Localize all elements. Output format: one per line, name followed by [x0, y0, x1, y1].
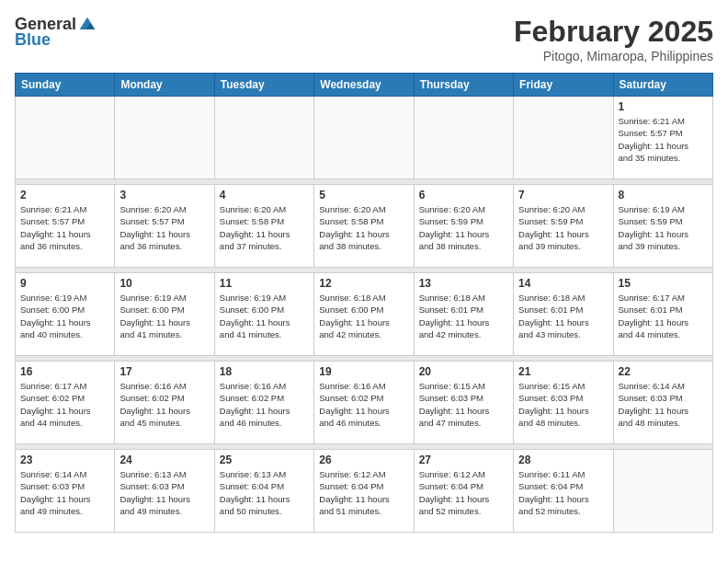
day-number: 27	[419, 454, 508, 466]
day-number: 26	[319, 454, 408, 466]
day-info: Sunrise: 6:20 AM Sunset: 5:59 PM Dayligh…	[518, 203, 608, 252]
day-info: Sunrise: 6:18 AM Sunset: 6:01 PM Dayligh…	[518, 292, 608, 340]
day-number: 13	[419, 277, 508, 290]
day-number: 6	[419, 189, 508, 201]
week-row-2: 9Sunrise: 6:19 AM Sunset: 6:00 PM Daylig…	[16, 273, 713, 356]
week-row-1: 2Sunrise: 6:21 AM Sunset: 5:57 PM Daylig…	[16, 185, 713, 268]
calendar-cell: 17Sunrise: 6:16 AM Sunset: 6:02 PM Dayli…	[115, 362, 214, 444]
day-info: Sunrise: 6:20 AM Sunset: 5:59 PM Dayligh…	[419, 203, 508, 252]
day-info: Sunrise: 6:16 AM Sunset: 6:02 PM Dayligh…	[319, 380, 408, 429]
calendar-table: SundayMondayTuesdayWednesdayThursdayFrid…	[15, 73, 713, 533]
week-row-3: 16Sunrise: 6:17 AM Sunset: 6:02 PM Dayli…	[16, 362, 713, 444]
day-info: Sunrise: 6:15 AM Sunset: 6:03 PM Dayligh…	[419, 380, 508, 429]
day-info: Sunrise: 6:13 AM Sunset: 6:04 PM Dayligh…	[220, 468, 309, 517]
day-number: 12	[319, 277, 408, 290]
day-info: Sunrise: 6:20 AM Sunset: 5:57 PM Dayligh…	[119, 203, 209, 252]
calendar-cell	[414, 97, 513, 179]
calendar-cell: 20Sunrise: 6:15 AM Sunset: 6:03 PM Dayli…	[414, 362, 513, 444]
weekday-header-row: SundayMondayTuesdayWednesdayThursdayFrid…	[16, 74, 713, 97]
calendar-cell	[514, 97, 613, 179]
day-info: Sunrise: 6:12 AM Sunset: 6:04 PM Dayligh…	[419, 468, 508, 517]
day-number: 11	[220, 277, 309, 290]
calendar-cell: 11Sunrise: 6:19 AM Sunset: 6:00 PM Dayli…	[214, 273, 313, 356]
calendar-cell	[115, 97, 214, 179]
day-info: Sunrise: 6:20 AM Sunset: 5:58 PM Dayligh…	[220, 203, 309, 252]
calendar-cell: 3Sunrise: 6:20 AM Sunset: 5:57 PM Daylig…	[115, 185, 214, 268]
calendar-cell: 15Sunrise: 6:17 AM Sunset: 6:01 PM Dayli…	[613, 273, 712, 356]
day-info: Sunrise: 6:17 AM Sunset: 6:01 PM Dayligh…	[619, 292, 708, 340]
calendar-cell: 19Sunrise: 6:16 AM Sunset: 6:02 PM Dayli…	[314, 362, 414, 444]
day-info: Sunrise: 6:15 AM Sunset: 6:03 PM Dayligh…	[518, 380, 608, 429]
calendar-cell	[314, 97, 414, 179]
day-number: 28	[518, 454, 608, 466]
page-header: General Blue February 2025 Pitogo, Mimar…	[15, 15, 713, 63]
day-number: 9	[20, 277, 109, 290]
day-number: 15	[619, 277, 708, 290]
calendar-cell: 26Sunrise: 6:12 AM Sunset: 6:04 PM Dayli…	[314, 450, 414, 533]
day-number: 19	[319, 365, 408, 378]
day-number: 23	[20, 454, 109, 466]
calendar-cell: 24Sunrise: 6:13 AM Sunset: 6:03 PM Dayli…	[115, 450, 214, 533]
weekday-header-thursday: Thursday	[414, 74, 513, 97]
day-info: Sunrise: 6:19 AM Sunset: 6:00 PM Dayligh…	[119, 292, 209, 340]
calendar-cell: 8Sunrise: 6:19 AM Sunset: 5:59 PM Daylig…	[613, 185, 712, 268]
day-number: 16	[20, 365, 109, 378]
title-block: February 2025 Pitogo, Mimaropa, Philippi…	[514, 15, 713, 63]
day-number: 20	[419, 365, 508, 378]
day-number: 1	[619, 100, 708, 113]
weekday-header-tuesday: Tuesday	[214, 74, 313, 97]
day-info: Sunrise: 6:20 AM Sunset: 5:58 PM Dayligh…	[319, 203, 408, 252]
calendar-cell: 9Sunrise: 6:19 AM Sunset: 6:00 PM Daylig…	[16, 273, 115, 356]
weekday-header-sunday: Sunday	[16, 74, 115, 97]
calendar-cell: 18Sunrise: 6:16 AM Sunset: 6:02 PM Dayli…	[214, 362, 313, 444]
logo: General Blue	[15, 15, 97, 50]
day-info: Sunrise: 6:18 AM Sunset: 6:00 PM Dayligh…	[319, 292, 408, 340]
day-number: 10	[119, 277, 209, 290]
day-info: Sunrise: 6:21 AM Sunset: 5:57 PM Dayligh…	[20, 203, 109, 252]
day-number: 18	[220, 365, 309, 378]
calendar-cell: 23Sunrise: 6:14 AM Sunset: 6:03 PM Dayli…	[16, 450, 115, 533]
calendar-cell: 16Sunrise: 6:17 AM Sunset: 6:02 PM Dayli…	[16, 362, 115, 444]
calendar-cell: 7Sunrise: 6:20 AM Sunset: 5:59 PM Daylig…	[514, 185, 613, 268]
calendar-cell: 4Sunrise: 6:20 AM Sunset: 5:58 PM Daylig…	[214, 185, 313, 268]
day-info: Sunrise: 6:16 AM Sunset: 6:02 PM Dayligh…	[220, 380, 309, 429]
weekday-header-friday: Friday	[514, 74, 613, 97]
day-info: Sunrise: 6:14 AM Sunset: 6:03 PM Dayligh…	[619, 380, 708, 429]
day-number: 5	[319, 189, 408, 201]
day-number: 14	[518, 277, 608, 290]
weekday-header-saturday: Saturday	[613, 74, 712, 97]
day-number: 7	[518, 189, 608, 201]
calendar-cell: 1Sunrise: 6:21 AM Sunset: 5:57 PM Daylig…	[613, 97, 712, 179]
calendar-cell: 25Sunrise: 6:13 AM Sunset: 6:04 PM Dayli…	[214, 450, 313, 533]
calendar-cell: 14Sunrise: 6:18 AM Sunset: 6:01 PM Dayli…	[514, 273, 613, 356]
calendar-cell: 12Sunrise: 6:18 AM Sunset: 6:00 PM Dayli…	[314, 273, 414, 356]
calendar-cell	[214, 97, 313, 179]
week-row-0: 1Sunrise: 6:21 AM Sunset: 5:57 PM Daylig…	[16, 97, 713, 179]
day-number: 2	[20, 189, 109, 201]
location-title: Pitogo, Mimaropa, Philippines	[514, 49, 713, 63]
day-number: 22	[619, 365, 708, 378]
weekday-header-monday: Monday	[115, 74, 214, 97]
calendar-cell: 27Sunrise: 6:12 AM Sunset: 6:04 PM Dayli…	[414, 450, 513, 533]
month-title: February 2025	[514, 15, 713, 49]
logo-icon	[78, 16, 97, 34]
calendar-cell: 6Sunrise: 6:20 AM Sunset: 5:59 PM Daylig…	[414, 185, 513, 268]
calendar-cell: 28Sunrise: 6:11 AM Sunset: 6:04 PM Dayli…	[514, 450, 613, 533]
day-info: Sunrise: 6:12 AM Sunset: 6:04 PM Dayligh…	[319, 468, 408, 517]
day-info: Sunrise: 6:19 AM Sunset: 6:00 PM Dayligh…	[220, 292, 309, 340]
day-number: 24	[119, 454, 209, 466]
day-info: Sunrise: 6:14 AM Sunset: 6:03 PM Dayligh…	[20, 468, 109, 517]
calendar-cell: 10Sunrise: 6:19 AM Sunset: 6:00 PM Dayli…	[115, 273, 214, 356]
day-info: Sunrise: 6:16 AM Sunset: 6:02 PM Dayligh…	[119, 380, 209, 429]
calendar-cell: 21Sunrise: 6:15 AM Sunset: 6:03 PM Dayli…	[514, 362, 613, 444]
day-info: Sunrise: 6:13 AM Sunset: 6:03 PM Dayligh…	[119, 468, 209, 517]
day-info: Sunrise: 6:19 AM Sunset: 5:59 PM Dayligh…	[619, 203, 708, 252]
calendar-cell: 2Sunrise: 6:21 AM Sunset: 5:57 PM Daylig…	[16, 185, 115, 268]
day-number: 8	[619, 189, 708, 201]
calendar-cell	[613, 450, 712, 533]
calendar-cell	[16, 97, 115, 179]
day-number: 3	[119, 189, 209, 201]
day-number: 25	[220, 454, 309, 466]
day-info: Sunrise: 6:19 AM Sunset: 6:00 PM Dayligh…	[20, 292, 109, 340]
day-info: Sunrise: 6:21 AM Sunset: 5:57 PM Dayligh…	[619, 115, 708, 164]
